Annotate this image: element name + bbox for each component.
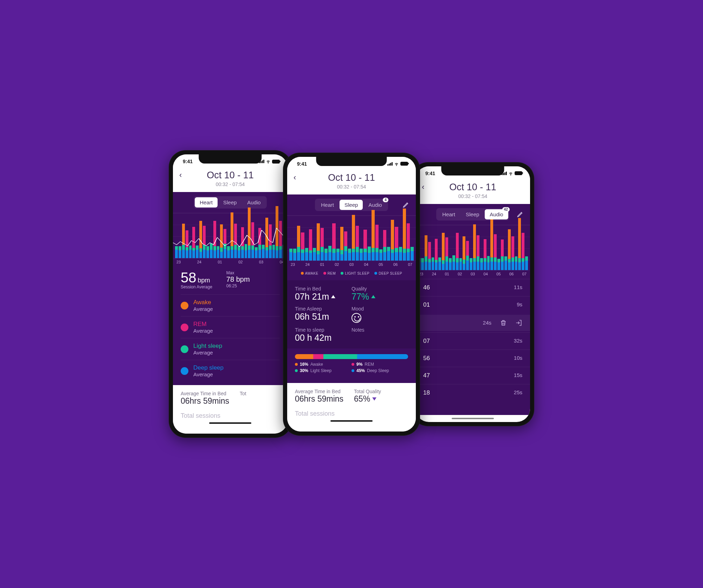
sleep-legend: AWAKE REM LIGHT SLEEP DEEP SLEEP	[287, 268, 416, 280]
export-icon[interactable]	[515, 319, 522, 327]
home-indicator[interactable]	[209, 422, 251, 424]
audio-list: 4611s019s	[415, 277, 530, 315]
page-title: Oct 10 - 11	[177, 170, 283, 181]
audio-row[interactable]: 019s	[415, 296, 530, 313]
wifi-icon	[266, 159, 271, 164]
back-button[interactable]: ‹	[422, 183, 424, 192]
trend-down-icon	[372, 397, 376, 401]
trash-icon[interactable]	[500, 319, 507, 327]
edit-button[interactable]	[517, 211, 524, 218]
tab-heart[interactable]: Heart	[195, 197, 218, 207]
footer: Average Time in Bed 06hrs 59mins Tot Tot…	[173, 385, 288, 434]
pencil-icon	[517, 211, 524, 218]
stage-item[interactable]: REMAverage	[181, 316, 280, 338]
tab-audio[interactable]: Audio42	[485, 209, 508, 219]
wifi-icon	[394, 161, 399, 166]
footer-sessions: Total sessions	[295, 410, 408, 417]
page-subtitle: 00:32 - 07:54	[291, 184, 412, 190]
sleep-chart[interactable]	[287, 215, 416, 261]
stage-item[interactable]: AwakeAverage	[181, 294, 280, 316]
audio-actions: 24s	[415, 315, 530, 331]
footer-total-value: 65%	[354, 394, 381, 404]
audio-row[interactable]: 1825s	[415, 384, 530, 401]
stage-dot-icon	[181, 302, 188, 309]
notch	[441, 166, 504, 175]
sleep-metrics: Time in Bed 07h 21m Quality 77% Time Asl…	[287, 280, 416, 349]
phone-audio: 9:41 ‹ Oct 10 - 11 00:32 - 07:54 Heart S…	[411, 162, 534, 426]
back-button[interactable]: ‹	[294, 173, 296, 182]
audio-badge: 4	[383, 198, 388, 202]
notch	[316, 157, 387, 166]
audio-row[interactable]: 4715s	[415, 367, 530, 384]
phone-sleep: 9:41 ‹ Oct 10 - 11 00:32 - 07:54 Heart S…	[283, 153, 420, 436]
audio-chart[interactable]	[415, 225, 530, 270]
hr-max-label: Max	[226, 270, 250, 275]
tab-sleep[interactable]: Sleep	[461, 209, 484, 219]
footer-avg-value: 06hrs 59mins	[181, 396, 229, 406]
hr-avg-unit: bpm	[198, 277, 210, 284]
metric-mood-label: Mood	[352, 306, 408, 312]
metric-notes-label[interactable]: Notes	[352, 327, 408, 333]
status-time: 9:41	[183, 159, 193, 164]
stage-list: AwakeAverageREMAverageLight sleepAverage…	[173, 294, 288, 382]
notch	[199, 154, 262, 164]
metric-tts-value: 00 h 42m	[295, 333, 352, 343]
battery-icon	[272, 160, 280, 164]
footer-sessions: Total sessions	[181, 412, 280, 420]
tab-heart[interactable]: Heart	[316, 200, 339, 210]
page-title: Oct 10 - 11	[420, 182, 526, 193]
metric-asleep-label: Time Asleep	[295, 306, 352, 312]
hr-avg-label: Session Average	[181, 285, 212, 289]
page-subtitle: 00:32 - 07:54	[177, 181, 283, 187]
heart-chart[interactable]	[173, 213, 288, 258]
tab-sleep[interactable]: Sleep	[218, 197, 241, 207]
trend-up-icon	[371, 295, 375, 298]
metric-tts-label: Time to sleep	[295, 327, 352, 333]
tab-sleep[interactable]: Sleep	[340, 200, 363, 210]
audio-row[interactable]: 4611s	[415, 279, 530, 296]
battery-icon	[515, 171, 522, 175]
hr-avg-value: 58	[181, 270, 196, 285]
breakdown-bar	[295, 354, 408, 359]
stage-dot-icon	[181, 345, 188, 353]
mood-smile-icon[interactable]	[352, 313, 361, 323]
tabs: Heart Sleep Audio42	[436, 208, 509, 220]
status-time: 9:41	[425, 171, 435, 176]
metric-asleep-value: 06h 51m	[295, 312, 352, 322]
page-title: Oct 10 - 11	[291, 172, 412, 183]
footer-total-label: Tot	[240, 391, 246, 396]
hr-max-value: 78 bpm	[226, 275, 250, 283]
metric-tib-value: 07h 21m	[295, 292, 352, 302]
tab-audio[interactable]: Audio4	[363, 200, 387, 210]
footer: Average Time in Bed 06hrs 59mins Total Q…	[287, 383, 416, 432]
stage-item[interactable]: Deep sleepAverage	[181, 360, 280, 382]
breakdown-legend: 16% Awake9% REM30% Light Sleep45% Deep S…	[287, 362, 416, 379]
edit-button[interactable]	[402, 201, 409, 208]
tabs: Heart Sleep Audio	[194, 196, 266, 209]
chart-axis: 232401020304050607	[287, 261, 416, 268]
cellular-icon	[387, 162, 393, 166]
wifi-icon	[508, 171, 513, 176]
tab-audio[interactable]: Audio	[242, 197, 265, 207]
audio-row[interactable]: 5610s	[415, 350, 530, 367]
footer-avg-label: Average Time in Bed	[295, 389, 343, 394]
audio-action-dur: 24s	[483, 320, 491, 326]
chart-axis: 232401020304050607	[415, 270, 530, 277]
home-indicator[interactable]	[452, 418, 494, 419]
audio-list: 0732s5610s4715s1825s	[415, 331, 530, 403]
stage-item[interactable]: Light sleepAverage	[181, 338, 280, 360]
tab-heart[interactable]: Heart	[437, 209, 460, 219]
trend-up-icon	[331, 295, 335, 298]
page-header: ‹ Oct 10 - 11 00:32 - 07:54	[287, 171, 416, 194]
page-subtitle: 00:32 - 07:54	[420, 193, 526, 199]
metric-quality-label: Quality	[352, 286, 408, 292]
battery-icon	[400, 162, 408, 166]
audio-row[interactable]: 0732s	[415, 332, 530, 350]
stage-dot-icon	[181, 324, 188, 331]
back-button[interactable]: ‹	[179, 171, 182, 180]
chart-axis: 232401020304	[173, 258, 288, 266]
home-indicator[interactable]	[330, 420, 373, 422]
status-time: 9:41	[297, 161, 307, 167]
page-header: ‹ Oct 10 - 11 00:32 - 07:54	[415, 180, 530, 204]
footer-total-label: Total Quality	[354, 389, 381, 394]
